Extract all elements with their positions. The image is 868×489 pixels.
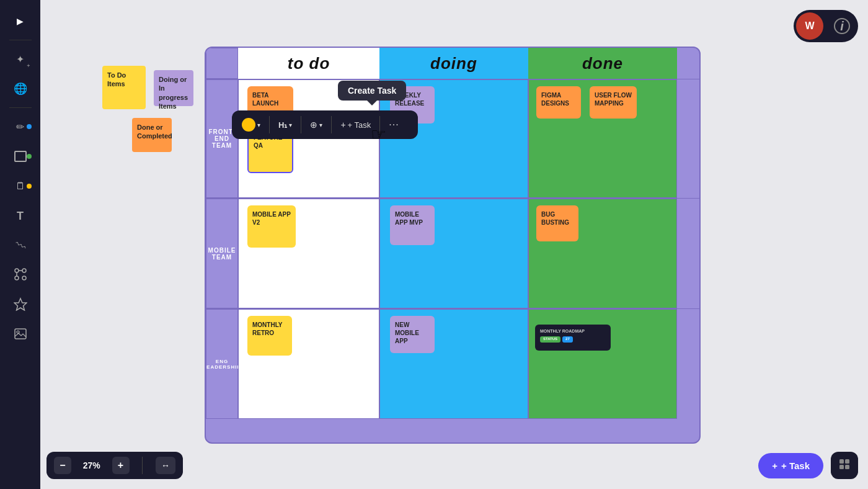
roadmap-tag-green: STATUS bbox=[540, 336, 560, 343]
info-icon: i bbox=[834, 18, 850, 34]
toolbar-more[interactable]: ··· bbox=[385, 117, 402, 133]
fit-icon: ↔ bbox=[161, 460, 170, 470]
grid-view-button[interactable] bbox=[831, 452, 858, 479]
roadmap-title: MONTHLY ROADMAP bbox=[540, 328, 606, 334]
rect-dot bbox=[27, 154, 32, 159]
sticky-todo[interactable]: To Do Items bbox=[102, 66, 146, 109]
color-dropdown-icon: ▾ bbox=[257, 122, 260, 128]
cell-mobile-done[interactable]: BUG BUSTING bbox=[528, 199, 677, 308]
board-corner bbox=[206, 48, 238, 79]
svg-rect-10 bbox=[845, 459, 849, 464]
cell-mobile-doing[interactable]: MOBILE APP MVP bbox=[379, 199, 528, 308]
star-plus-icon: ✦ bbox=[16, 53, 24, 65]
connect-icon bbox=[14, 268, 27, 283]
color-circle bbox=[242, 118, 255, 132]
top-right-area: W i bbox=[794, 10, 858, 42]
cell-mobile-todo[interactable]: MOBILE APP V2 bbox=[238, 199, 379, 308]
svg-rect-12 bbox=[845, 465, 849, 469]
svg-point-1 bbox=[22, 269, 26, 272]
rectangle-icon bbox=[14, 151, 27, 162]
sidebar-icon-rect[interactable] bbox=[7, 143, 34, 170]
toolbar-div-3 bbox=[331, 116, 332, 133]
floating-toolbar: ▾ H₁ ▾ ⊕ ▾ + + Task ··· bbox=[232, 110, 418, 139]
svg-point-8 bbox=[17, 331, 19, 333]
cell-eng-doing[interactable]: NEW MOBILE APP bbox=[379, 309, 528, 419]
toolbar-div-2 bbox=[301, 116, 301, 133]
sidebar-icon-connect[interactable] bbox=[7, 262, 34, 289]
zoom-divider bbox=[142, 457, 143, 474]
svg-point-2 bbox=[15, 276, 19, 280]
sidebar-icon-ai[interactable] bbox=[7, 292, 34, 319]
zoom-fit-button[interactable]: ↔ bbox=[156, 457, 175, 474]
create-task-bottom-button[interactable]: + + Task bbox=[758, 453, 823, 478]
copy-icon: ⊕ bbox=[310, 120, 317, 130]
ai-icon bbox=[14, 297, 27, 313]
cell-eng-done[interactable]: MONTHLY ROADMAP STATUS 27 bbox=[528, 309, 677, 419]
toolbar-task-button[interactable]: + + Task bbox=[337, 117, 374, 132]
sticky-done[interactable]: Done or Completed bbox=[132, 118, 172, 152]
sidebar-icon-text[interactable]: T bbox=[7, 202, 34, 230]
column-header-todo: to do bbox=[238, 48, 379, 79]
sidebar-icon-globe[interactable]: 🌐 bbox=[7, 75, 34, 102]
sidebar-icon-star[interactable]: ✦ + bbox=[7, 45, 34, 73]
pen-icon: ✏ bbox=[16, 121, 24, 133]
note-dot bbox=[27, 184, 32, 189]
globe-icon: 🌐 bbox=[14, 82, 27, 96]
left-sidebar: ▶ ✦ + 🌐 ✏ 🗒 T 〰 bbox=[0, 0, 40, 489]
sidebar-divider-2 bbox=[9, 107, 32, 108]
play-icon: ▶ bbox=[17, 16, 24, 26]
svg-rect-7 bbox=[15, 329, 26, 339]
svg-point-0 bbox=[15, 269, 19, 272]
card-new-mobile-app[interactable]: NEW MOBILE APP bbox=[390, 316, 435, 353]
cell-frontend-done[interactable]: FIGMA DESIGNS USER FLOW MAPPING bbox=[528, 79, 677, 198]
card-mobile-app-v2[interactable]: MOBILE APP V2 bbox=[247, 205, 296, 248]
grid-icon bbox=[838, 458, 851, 473]
more-icon: ··· bbox=[389, 119, 399, 130]
svg-rect-11 bbox=[839, 465, 844, 469]
user-avatar[interactable]: W bbox=[796, 12, 823, 40]
row-label-mobile: MOBILE TEAM bbox=[206, 199, 238, 308]
note-icon: 🗒 bbox=[16, 181, 25, 192]
text-icon: T bbox=[17, 210, 24, 223]
card-monthly-roadmap[interactable]: MONTHLY ROADMAP STATUS 27 bbox=[535, 325, 611, 351]
sticky-doing[interactable]: Doing or In progress Items bbox=[154, 70, 193, 106]
sidebar-icon-draw[interactable]: 〰 bbox=[7, 232, 34, 259]
zoom-in-button[interactable]: + bbox=[112, 457, 130, 474]
bottom-right-area: + + Task bbox=[758, 452, 858, 479]
svg-rect-9 bbox=[839, 459, 844, 464]
copy-dropdown-icon: ▾ bbox=[319, 122, 322, 128]
heading-icon: H₁ bbox=[278, 120, 287, 130]
card-monthly-retro[interactable]: MONTHLY RETRO bbox=[247, 316, 292, 356]
sidebar-divider-1 bbox=[9, 40, 32, 40]
zoom-bar: − 27% + ↔ bbox=[46, 452, 183, 479]
canvas-area: To Do Items Doing or In progress Items D… bbox=[40, 0, 205, 489]
kanban-board: to do doing done FRONT-END TEAM BETA LAU… bbox=[205, 47, 701, 444]
zoom-level: 27% bbox=[83, 460, 100, 470]
draw-icon: 〰 bbox=[12, 237, 28, 254]
row-label-eng-leadership: ENG LEADERSHIP bbox=[206, 309, 238, 419]
card-bug-busting[interactable]: BUG BUSTING bbox=[536, 205, 578, 241]
column-header-done: done bbox=[528, 48, 677, 79]
zoom-out-button[interactable]: − bbox=[54, 457, 71, 474]
image-icon bbox=[14, 328, 27, 342]
sidebar-icon-pen[interactable]: ✏ bbox=[7, 113, 34, 140]
toolbar-color-picker[interactable]: ▾ bbox=[238, 115, 264, 134]
toolbar-div-4 bbox=[379, 116, 380, 133]
svg-point-3 bbox=[22, 276, 26, 280]
toolbar-div-1 bbox=[269, 116, 270, 133]
card-user-flow-mapping[interactable]: USER FLOW MAPPING bbox=[590, 86, 637, 119]
roadmap-tag-blue: 27 bbox=[562, 336, 573, 343]
card-mobile-app-mvp[interactable]: MOBILE APP MVP bbox=[390, 205, 435, 245]
svg-marker-6 bbox=[14, 298, 27, 310]
plus-task-icon: + bbox=[340, 120, 345, 130]
card-figma-designs[interactable]: FIGMA DESIGNS bbox=[536, 86, 581, 119]
sidebar-icon-play[interactable]: ▶ bbox=[7, 7, 34, 35]
pen-dot bbox=[27, 124, 32, 129]
sidebar-icon-note[interactable]: 🗒 bbox=[7, 173, 34, 200]
toolbar-copy[interactable]: ⊕ ▾ bbox=[306, 117, 326, 132]
toolbar-heading[interactable]: H₁ ▾ bbox=[275, 118, 296, 132]
roadmap-tags: STATUS 27 bbox=[540, 336, 606, 343]
cell-eng-todo[interactable]: MONTHLY RETRO bbox=[238, 309, 379, 419]
info-button[interactable]: i bbox=[828, 12, 856, 40]
sidebar-icon-image[interactable] bbox=[7, 321, 34, 349]
